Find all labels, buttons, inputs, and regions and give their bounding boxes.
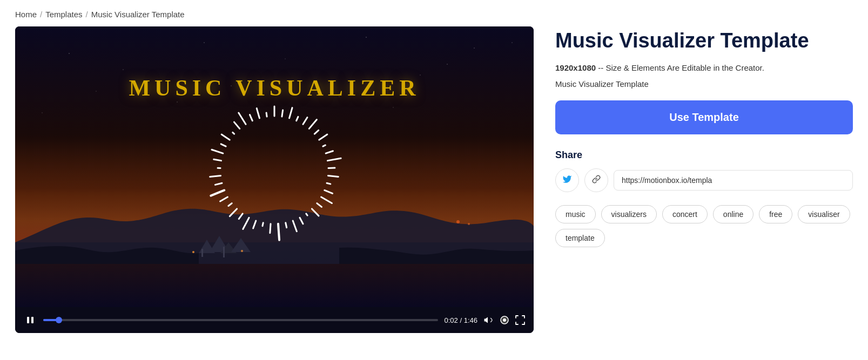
breadcrumb-home[interactable]: Home [15,10,37,19]
breadcrumb: Home / Templates / Music Visualizer Temp… [0,0,868,26]
volume-button[interactable] [484,315,494,325]
svg-line-53 [257,108,259,118]
svg-rect-56 [31,317,33,323]
svg-line-43 [210,175,221,176]
share-label: Share [555,150,853,161]
svg-line-28 [306,214,307,215]
svg-line-47 [221,144,226,146]
svg-line-31 [286,223,287,228]
progress-thumb [56,317,62,323]
twitter-icon [562,174,572,187]
svg-line-12 [290,108,293,118]
pause-button[interactable] [24,314,37,327]
svg-point-58 [503,318,506,322]
svg-rect-55 [27,317,29,323]
total-time: 1:46 [464,316,477,324]
tag-visualiser[interactable]: visualiser [798,205,850,223]
svg-line-25 [321,197,332,203]
svg-line-45 [214,159,221,160]
svg-line-34 [263,223,263,226]
svg-line-11 [282,110,283,117]
time-sep: / [460,316,463,324]
svg-point-8 [456,220,460,223]
svg-line-15 [309,120,317,129]
svg-line-54 [266,113,267,117]
right-panel: Music Visualizer Template 1920x1080 -- S… [555,26,853,247]
video-canvas[interactable]: MUSIC VISUALIZER [15,26,534,307]
tag-free[interactable]: free [759,205,792,223]
time-display: 0:02 / 1:46 [445,316,477,324]
svg-point-9 [468,223,470,225]
svg-point-6 [192,251,194,253]
svg-line-24 [325,190,333,193]
tags-section: musicvisualizersconcertonlinefreevisuali… [555,205,853,247]
svg-line-19 [326,151,333,153]
svg-line-32 [278,224,279,240]
svg-line-26 [317,203,322,207]
svg-line-36 [243,218,249,229]
video-player: MUSIC VISUALIZER [15,26,534,333]
svg-line-48 [221,134,230,140]
video-controls-bar: 0:02 / 1:46 [15,307,534,333]
fullscreen-button[interactable] [515,315,525,325]
svg-line-22 [328,175,338,176]
template-subtitle: Music Visualizer Template [555,79,853,89]
svg-line-14 [303,117,307,124]
link-icon [592,175,601,186]
svg-line-46 [212,150,223,153]
current-time: 0:02 [445,316,458,324]
svg-line-20 [327,158,341,160]
breadcrumb-templates[interactable]: Templates [45,10,82,19]
svg-line-17 [319,134,327,140]
tag-template[interactable]: template [555,229,605,247]
svg-line-49 [233,132,234,134]
svg-line-29 [300,218,303,223]
breadcrumb-current: Music Visualizer Template [91,10,185,19]
share-section: Share [555,150,853,192]
breadcrumb-sep-1: / [40,10,42,19]
breadcrumb-sep-2: / [86,10,88,19]
template-title: Music Visualizer Template [555,29,853,53]
svg-line-13 [297,117,298,120]
meta-suffix: -- Size & Elements Are Editable in the C… [598,63,764,72]
svg-line-30 [293,221,297,232]
svg-line-37 [239,214,243,219]
svg-line-23 [327,183,331,184]
svg-line-50 [234,122,239,128]
use-template-button[interactable]: Use Template [555,100,853,134]
copy-link-button[interactable] [584,168,608,192]
twitter-share-button[interactable] [555,168,579,192]
svg-line-35 [253,221,256,228]
svg-line-27 [312,209,319,216]
svg-line-38 [230,209,237,216]
share-url-input[interactable] [614,170,853,191]
tag-visualizers[interactable]: visualizers [601,205,657,223]
tag-music[interactable]: music [555,205,596,223]
settings-button[interactable] [500,316,509,324]
svg-line-41 [211,190,224,195]
svg-line-42 [215,183,222,185]
svg-line-18 [323,145,325,146]
progress-bar[interactable] [43,319,438,321]
svg-line-40 [220,197,228,201]
svg-line-51 [239,113,246,124]
progress-fill [43,319,59,321]
svg-line-39 [228,203,232,206]
share-row [555,168,853,192]
visualizer-ring [193,89,355,251]
template-meta: 1920x1080 -- Size & Elements Are Editabl… [555,62,853,74]
resolution-text: 1920x1080 [555,63,596,72]
tag-online[interactable]: online [713,205,753,223]
main-layout: MUSIC VISUALIZER [0,26,868,348]
tag-concert[interactable]: concert [662,205,708,223]
svg-line-52 [250,115,252,121]
svg-line-33 [270,224,271,233]
svg-line-16 [314,130,318,134]
